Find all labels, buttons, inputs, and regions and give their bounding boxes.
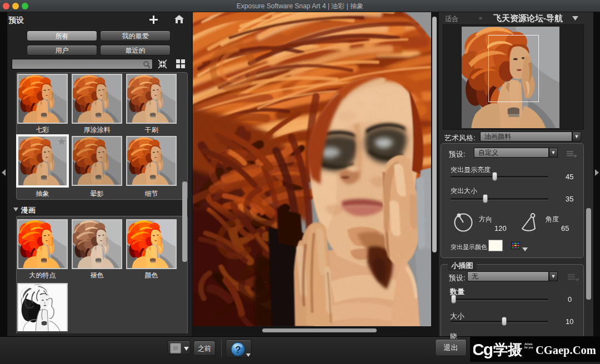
svg-text:Cg: Cg [473,340,493,358]
svg-text:?: ? [235,345,241,355]
svg-text:学摄: 学摄 [493,341,523,358]
svg-text:CGaep.Com: CGaep.Com [536,344,596,357]
svg-text:Artists: Artists [524,343,533,346]
svg-text:for you: for you [524,346,533,349]
